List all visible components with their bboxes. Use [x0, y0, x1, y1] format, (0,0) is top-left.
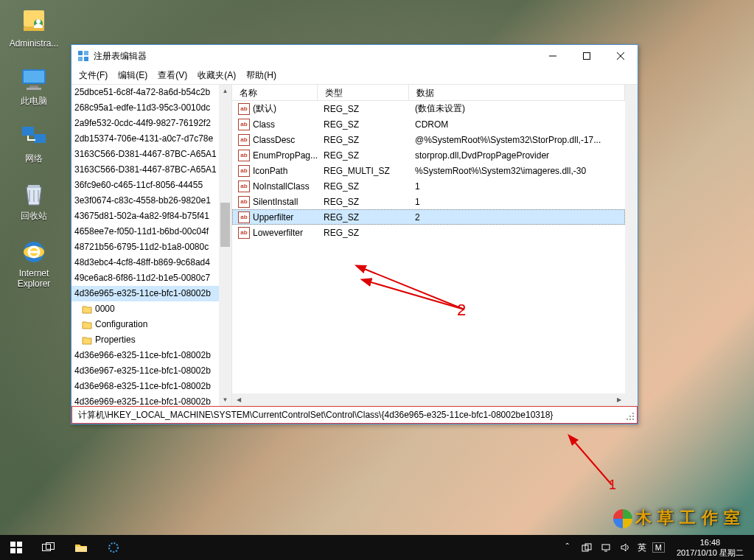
tree-item[interactable]: 4d36e966-e325-11ce-bfc1-08002b: [71, 348, 231, 363]
tree-item-label: 4d36e968-e325-11ce-bfc1-08002b: [74, 381, 211, 391]
tree-item[interactable]: Properties: [71, 332, 231, 348]
svg-rect-27: [10, 542, 15, 547]
tree-item[interactable]: 3163C566-D381-4467-87BC-A65A1: [71, 147, 231, 162]
desktop-icon-recycle-bin[interactable]: 回收站: [6, 180, 62, 221]
svg-point-34: [109, 543, 118, 552]
tree-item[interactable]: 3163C566-D381-4467-87BC-A65A1: [71, 162, 231, 178]
minimize-button[interactable]: [536, 45, 570, 67]
menu-favorites[interactable]: 收藏夹(A): [198, 69, 236, 82]
tree-item[interactable]: 48d3ebc4-4cf8-48ff-b869-9c68ad4: [71, 255, 231, 270]
col-data[interactable]: 数据: [409, 85, 625, 100]
reg-string-icon: ab: [238, 134, 250, 146]
tree-item[interactable]: 48721b56-6795-11d2-b1a8-0080c: [71, 239, 231, 255]
tree-item[interactable]: 4658ee7e-f050-11d1-b6bd-00c04f: [71, 224, 231, 239]
value-row[interactable]: abLoweverfilterREG_SZ: [232, 225, 625, 240]
value-row[interactable]: abClassDescREG_SZ@%SystemRoot%\System32\…: [232, 132, 625, 147]
tree-item[interactable]: 4d36e968-e325-11ce-bfc1-08002b: [71, 379, 231, 394]
taskbar-clock[interactable]: 16:48 2017/10/10 星期二: [671, 536, 750, 559]
value-row[interactable]: abEnumPropPag...REG_SZstorprop.dll,DvdPr…: [232, 147, 625, 163]
menu-file[interactable]: 文件(F): [79, 69, 108, 82]
desktop-icon-administrator[interactable]: Administra...: [6, 7, 62, 49]
desktop-icon-internet-explorer[interactable]: InternetExplorer: [6, 237, 62, 289]
tree-item[interactable]: 49ce6ac8-6f86-11d2-b1e5-0080c7: [71, 270, 231, 286]
value-row[interactable]: abNoInstallClassREG_SZ1: [232, 178, 625, 194]
tree-item[interactable]: 25dbce51-6c8f-4a72-8a6d-b54c2b: [71, 85, 231, 100]
tree-item[interactable]: 4d36e969-e325-11ce-bfc1-08002b: [71, 394, 231, 406]
scroll-up-icon[interactable]: ▲: [219, 85, 231, 97]
tree-item-label: 3e3f0674-c83c-4558-bb26-9820e1: [74, 195, 211, 206]
value-data: 1: [415, 197, 625, 207]
value-data: 1: [415, 181, 625, 192]
hscroll-left-icon[interactable]: ◀: [232, 393, 245, 406]
tree-item[interactable]: 2db15374-706e-4131-a0c7-d7c78e: [71, 131, 231, 147]
value-row[interactable]: abIconPathREG_MULTI_SZ%SystemRoot%\Syste…: [232, 163, 625, 178]
values-vscroll[interactable]: [625, 85, 638, 406]
menu-view[interactable]: 查看(V): [158, 69, 187, 82]
col-type[interactable]: 类型: [318, 85, 409, 100]
values-pane: 名称 类型 数据 ab(默认)REG_SZ(数值未设置)abClassREG_S…: [232, 85, 638, 406]
svg-rect-29: [10, 548, 15, 553]
scroll-down-icon[interactable]: ▼: [219, 393, 231, 406]
reg-string-icon: ab: [238, 103, 250, 115]
start-button[interactable]: [0, 535, 32, 560]
tree-item[interactable]: 0000: [71, 301, 231, 317]
tree-item[interactable]: 43675d81-502a-4a82-9f84-b75f41: [71, 209, 231, 224]
ime-mode[interactable]: M: [652, 542, 665, 553]
value-row[interactable]: abClassREG_SZCDROM: [232, 116, 625, 132]
close-button[interactable]: [604, 45, 638, 67]
value-name: Upperfilter: [253, 212, 293, 223]
desktop-icon-this-pc[interactable]: 此电脑: [6, 65, 62, 106]
values-header[interactable]: 名称 类型 数据: [232, 85, 625, 101]
annotation-label-1: 1: [609, 477, 616, 493]
menu-edit[interactable]: 编辑(E): [118, 69, 147, 82]
value-row[interactable]: abSilentInstallREG_SZ1: [232, 194, 625, 209]
internet-explorer-icon: [19, 237, 49, 267]
tree-item[interactable]: 3e3f0674-c83c-4558-bb26-9820e1: [71, 193, 231, 209]
desktop-icon-label: Administra...: [10, 38, 59, 49]
desktop-icon-network[interactable]: 网络: [6, 122, 62, 164]
tree-item-label: 2db15374-706e-4131-a0c7-d7c78e: [74, 133, 213, 144]
menu-help[interactable]: 帮助(H): [246, 69, 276, 82]
col-name[interactable]: 名称: [232, 85, 318, 100]
svg-rect-28: [17, 542, 22, 547]
file-explorer-button[interactable]: [65, 535, 97, 560]
pinned-app-button[interactable]: [97, 535, 130, 560]
tree-scrollbar[interactable]: ▲ ▼: [219, 85, 231, 406]
tree-item[interactable]: 4d36e967-e325-11ce-bfc1-08002b: [71, 363, 231, 379]
tree-item-label: Configuration: [95, 317, 147, 332]
value-row[interactable]: abUpperfilterREG_SZ2: [232, 209, 625, 225]
tray-volume-icon[interactable]: [618, 541, 632, 554]
svg-rect-16: [84, 57, 88, 61]
value-data: storprop.dll,DvdPropPageProvider: [415, 150, 625, 161]
folder-icon: [82, 336, 92, 345]
svg-rect-17: [584, 53, 590, 60]
reg-string-icon: ab: [238, 181, 250, 192]
resize-grip-icon[interactable]: [625, 411, 635, 421]
svg-rect-20: [629, 416, 631, 417]
tray-network-icon[interactable]: [599, 541, 612, 554]
hscroll-right-icon[interactable]: ▶: [612, 393, 625, 406]
tree-item[interactable]: 268c95a1-edfe-11d3-95c3-0010dc: [71, 100, 231, 116]
scroll-thumb[interactable]: [220, 203, 230, 247]
registry-tree[interactable]: 25dbce51-6c8f-4a72-8a6d-b54c2b268c95a1-e…: [71, 85, 232, 406]
value-row[interactable]: ab(默认)REG_SZ(数值未设置): [232, 101, 625, 116]
maximize-button[interactable]: [570, 45, 604, 67]
tree-item[interactable]: 2a9fe532-0cdc-44f9-9827-76192f2: [71, 116, 231, 131]
values-hscroll[interactable]: ◀ ▶: [232, 393, 625, 406]
svg-line-26: [573, 441, 612, 485]
value-name: Class: [253, 119, 275, 130]
ime-lang[interactable]: 英: [638, 542, 646, 554]
regedit-icon: [77, 50, 89, 62]
tree-item[interactable]: 36fc9e60-c465-11cf-8056-44455: [71, 178, 231, 193]
tree-item[interactable]: 4d36e965-e325-11ce-bfc1-08002b: [71, 286, 231, 301]
tray-devices-icon[interactable]: [580, 541, 593, 554]
desktop: Administra...此电脑网络回收站InternetExplorer 注册…: [0, 0, 754, 560]
tree-item-label: 4d36e966-e325-11ce-bfc1-08002b: [74, 350, 211, 360]
value-data: CDROM: [415, 119, 625, 130]
task-view-button[interactable]: [32, 535, 65, 560]
titlebar[interactable]: 注册表编辑器: [71, 45, 638, 67]
tree-item[interactable]: Configuration: [71, 317, 231, 332]
tree-item-label: 25dbce51-6c8f-4a72-8a6d-b54c2b: [74, 87, 210, 97]
tray-up-icon[interactable]: ˆ: [561, 541, 574, 554]
value-type: REG_SZ: [324, 150, 415, 161]
